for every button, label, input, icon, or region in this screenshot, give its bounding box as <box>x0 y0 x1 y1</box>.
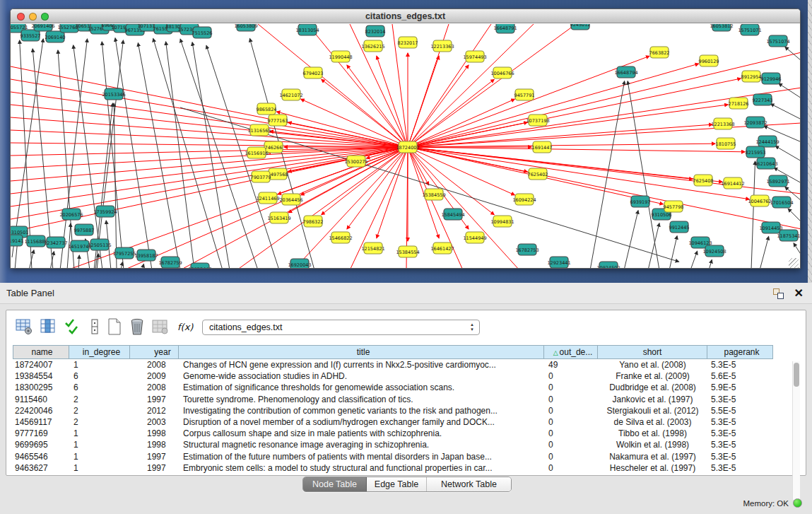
table-row[interactable]: 946362711997Embryonic stem cells: a mode… <box>13 462 801 474</box>
graph-node[interactable]: 16156916 <box>245 147 268 158</box>
graph-node[interactable]: 12923441 <box>547 257 570 268</box>
graph-node[interactable]: 2718126 <box>729 98 749 109</box>
cell-pagerank[interactable]: 5.6E-5 <box>707 370 773 382</box>
graph-node[interactable]: 10046766 <box>490 67 514 78</box>
graph-node[interactable]: 12213363 <box>430 40 454 52</box>
close-panel-icon[interactable]: ✕ <box>794 286 804 301</box>
column-header-name[interactable]: name <box>13 345 69 359</box>
cell-in_degree[interactable]: 2 <box>69 416 130 428</box>
cell-short[interactable]: Jankovic et al. (1997) <box>598 394 707 405</box>
delete-column-icon[interactable] <box>128 317 146 336</box>
table-mode-icon[interactable] <box>15 317 33 336</box>
cell-title[interactable]: Estimation of the future numbers of pati… <box>179 451 544 462</box>
graph-node[interactable]: 16053812 <box>710 24 733 31</box>
cell-short[interactable]: Hescheler et al. (1997) <box>598 462 707 474</box>
table-scrollbar[interactable] <box>792 361 800 500</box>
graph-node[interactable]: 11875341 <box>777 230 800 241</box>
cell-title[interactable]: Investigating the contribution of common… <box>179 405 544 416</box>
graph-node[interactable]: 14621072 <box>279 89 302 100</box>
cell-short[interactable]: Franke et al. (2009) <box>598 370 707 382</box>
cell-in_degree[interactable]: 1 <box>69 462 130 474</box>
table-panel-titlebar[interactable]: Table Panel ✕ <box>0 283 812 304</box>
graph-node[interactable]: 15892971 <box>766 175 789 187</box>
tab-node-table[interactable]: Node Table <box>303 477 367 492</box>
graph-node[interactable]: 10994831 <box>490 216 514 227</box>
graph-node[interactable]: 8232017 <box>398 37 418 48</box>
cell-year[interactable]: 1998 <box>130 428 179 439</box>
cell-in_degree[interactable]: 1 <box>69 428 130 439</box>
cell-name[interactable]: 9699695 <box>13 439 69 450</box>
graph-node[interactable]: 16782753 <box>515 244 539 255</box>
graph-node[interactable]: 1691447 <box>532 141 553 153</box>
cell-in_degree[interactable]: 1 <box>69 359 130 370</box>
graph-node[interactable]: 15974493 <box>463 51 486 62</box>
graph-node[interactable]: 16648791 <box>493 24 517 33</box>
column-header-title[interactable]: title <box>179 345 544 359</box>
cell-year[interactable]: 2012 <box>130 405 179 416</box>
graph-node[interactable]: 15384559 <box>422 189 445 200</box>
cell-in_degree[interactable]: 6 <box>69 382 130 393</box>
cell-out_de[interactable]: 49 <box>544 359 598 370</box>
cell-pagerank[interactable]: 5.3E-5 <box>707 416 773 428</box>
cell-name[interactable]: 14569117 <box>13 416 69 428</box>
select-all-icon[interactable] <box>63 317 81 336</box>
graph-node[interactable]: 15163419 <box>267 212 290 223</box>
float-panel-icon[interactable] <box>773 288 784 299</box>
scrollbar-thumb[interactable] <box>794 363 799 387</box>
cell-year[interactable]: 1997 <box>130 462 179 474</box>
graph-node[interactable]: 16210643 <box>754 158 777 169</box>
table-row[interactable]: 969969511998Structural magnetic resonanc… <box>13 439 801 450</box>
cell-year[interactable]: 2008 <box>130 359 179 370</box>
graph-node[interactable]: 7625402 <box>528 168 548 180</box>
window-titlebar[interactable]: citations_edges.txt <box>11 9 800 23</box>
cell-in_degree[interactable]: 1 <box>69 451 130 462</box>
cell-title[interactable]: Disruption of a novel member of a sodium… <box>179 416 544 428</box>
cell-name[interactable]: 9115460 <box>13 394 69 405</box>
graph-node[interactable]: 6794023 <box>303 67 324 78</box>
cell-title[interactable]: Embryonic stem cells: a model to study s… <box>179 462 544 474</box>
graph-node[interactable]: 12505135 <box>88 239 111 250</box>
graph-node[interactable]: 15466822 <box>329 232 352 243</box>
cell-out_de[interactable]: 0 <box>544 370 598 382</box>
network-window[interactable]: citations_edges.txt 14055721933552720691… <box>10 8 801 269</box>
graph-node[interactable]: 15845494 <box>441 209 464 220</box>
network-graph[interactable]: 1405572193355272069140620691401552760210… <box>11 24 800 269</box>
graph-node[interactable]: 1810755 <box>716 138 736 149</box>
cell-in_degree[interactable]: 2 <box>69 405 130 416</box>
graph-node[interactable]: 12444159 <box>755 136 779 147</box>
cell-pagerank[interactable]: 5.3E-5 <box>707 428 773 439</box>
cell-pagerank[interactable]: 5.3E-5 <box>707 394 773 405</box>
graph-node[interactable]: 12923448 <box>188 263 211 269</box>
graph-node[interactable]: 10914453 <box>759 222 782 233</box>
cell-year[interactable]: 1997 <box>130 394 179 405</box>
graph-node[interactable]: 9912445 <box>669 221 690 233</box>
cell-in_degree[interactable]: 2 <box>69 394 130 405</box>
graph-node[interactable]: 16461427 <box>430 243 454 254</box>
cell-pagerank[interactable]: 5.3E-5 <box>707 359 773 370</box>
cell-out_de[interactable]: 0 <box>544 405 598 416</box>
cell-pagerank[interactable]: 5.3E-5 <box>707 462 773 474</box>
graph-node[interactable]: 12411469 <box>256 192 279 204</box>
cell-short[interactable]: Stergiakouli et al. (2012) <box>598 405 707 416</box>
graph-node[interactable]: 16648794 <box>614 66 637 78</box>
graph-node[interactable]: 3919141 <box>11 235 23 246</box>
graph-node[interactable]: 17016504 <box>770 197 793 208</box>
cell-name[interactable]: 18300295 <box>13 382 69 393</box>
graph-node[interactable]: 12093872 <box>743 117 767 128</box>
cell-out_de[interactable]: 0 <box>544 382 598 393</box>
graph-node[interactable]: 10924508 <box>702 245 726 257</box>
cell-short[interactable]: Dudbridge et al. (2008) <box>598 382 707 393</box>
clear-selection-icon[interactable] <box>86 317 104 336</box>
cell-short[interactable]: Wolkin et al. (1998) <box>598 439 707 450</box>
graph-node[interactable]: 16053809 <box>234 24 257 31</box>
cell-short[interactable]: Tibbo et al. (1998) <box>598 428 707 439</box>
tab-network-table[interactable]: Network Table <box>427 477 511 492</box>
cell-title[interactable]: Genome-wide association studies in ADHD. <box>179 370 544 382</box>
cell-pagerank[interactable]: 5.3E-5 <box>707 439 773 450</box>
cell-year[interactable]: 2008 <box>130 382 179 393</box>
table-row[interactable]: 911546021997Tourette syndrome. Phenomeno… <box>13 394 801 405</box>
graph-node[interactable]: 15300275 <box>344 156 367 167</box>
graph-node[interactable]: 9960129 <box>699 55 719 66</box>
graph-node[interactable]: 7903779 <box>251 171 271 182</box>
table-row[interactable]: 946554611997Estimation of the future num… <box>13 451 801 462</box>
